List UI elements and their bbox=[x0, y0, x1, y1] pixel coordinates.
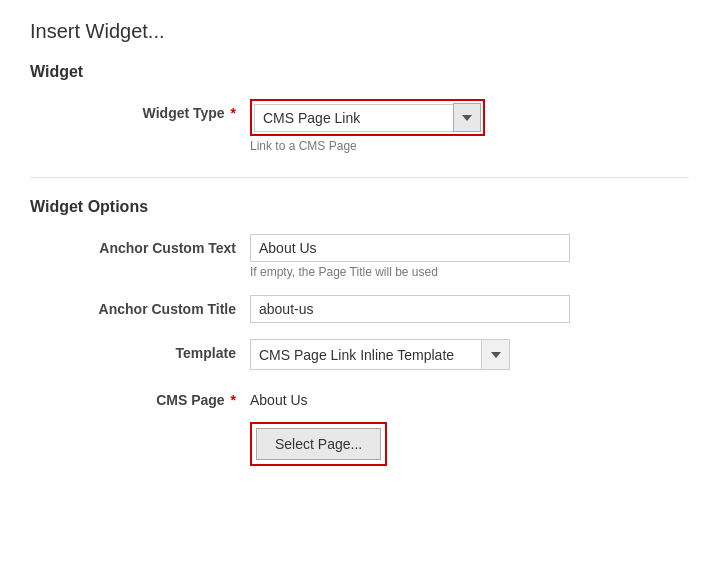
template-select-wrap: CMS Page Link Inline Template bbox=[250, 339, 510, 370]
widget-options-section: Widget Options Anchor Custom Text If emp… bbox=[30, 198, 689, 466]
page-title: Insert Widget... bbox=[30, 20, 689, 43]
required-star: * bbox=[231, 105, 236, 121]
anchor-text-control: If empty, the Page Title will be used bbox=[250, 234, 570, 279]
widget-type-row: Widget Type * Link to a CMS Page bbox=[30, 99, 689, 153]
cms-page-value: About Us bbox=[250, 386, 308, 408]
widget-type-control: Link to a CMS Page bbox=[250, 99, 570, 153]
template-dropdown-btn[interactable] bbox=[481, 340, 509, 369]
select-page-wrap: Select Page... bbox=[250, 416, 689, 466]
chevron-down-icon bbox=[491, 352, 501, 358]
widget-type-label: Widget Type * bbox=[30, 99, 250, 121]
anchor-title-input[interactable] bbox=[250, 295, 570, 323]
widget-section-heading: Widget bbox=[30, 63, 689, 81]
cms-page-row: CMS Page * About Us bbox=[30, 386, 689, 408]
anchor-text-input[interactable] bbox=[250, 234, 570, 262]
widget-type-dropdown-btn[interactable] bbox=[453, 103, 481, 132]
widget-options-heading: Widget Options bbox=[30, 198, 689, 216]
widget-type-highlight bbox=[250, 99, 485, 136]
section-divider bbox=[30, 177, 689, 178]
template-select-value: CMS Page Link Inline Template bbox=[251, 342, 481, 368]
widget-type-hint: Link to a CMS Page bbox=[250, 139, 570, 153]
anchor-text-hint: If empty, the Page Title will be used bbox=[250, 265, 570, 279]
template-label: Template bbox=[30, 339, 250, 361]
template-control: CMS Page Link Inline Template bbox=[250, 339, 570, 370]
cms-page-label: CMS Page * bbox=[30, 386, 250, 408]
select-page-highlight: Select Page... bbox=[250, 422, 387, 466]
anchor-title-control bbox=[250, 295, 570, 323]
cms-page-required-star: * bbox=[231, 392, 236, 408]
anchor-title-label: Anchor Custom Title bbox=[30, 295, 250, 317]
widget-section: Widget Widget Type * Link to a CMS Page bbox=[30, 63, 689, 153]
select-page-button[interactable]: Select Page... bbox=[256, 428, 381, 460]
anchor-text-row: Anchor Custom Text If empty, the Page Ti… bbox=[30, 234, 689, 279]
chevron-down-icon bbox=[462, 115, 472, 121]
template-row: Template CMS Page Link Inline Template bbox=[30, 339, 689, 370]
anchor-text-label: Anchor Custom Text bbox=[30, 234, 250, 256]
widget-type-input[interactable] bbox=[254, 104, 454, 132]
widget-type-select-wrap bbox=[254, 103, 481, 132]
anchor-title-row: Anchor Custom Title bbox=[30, 295, 689, 323]
